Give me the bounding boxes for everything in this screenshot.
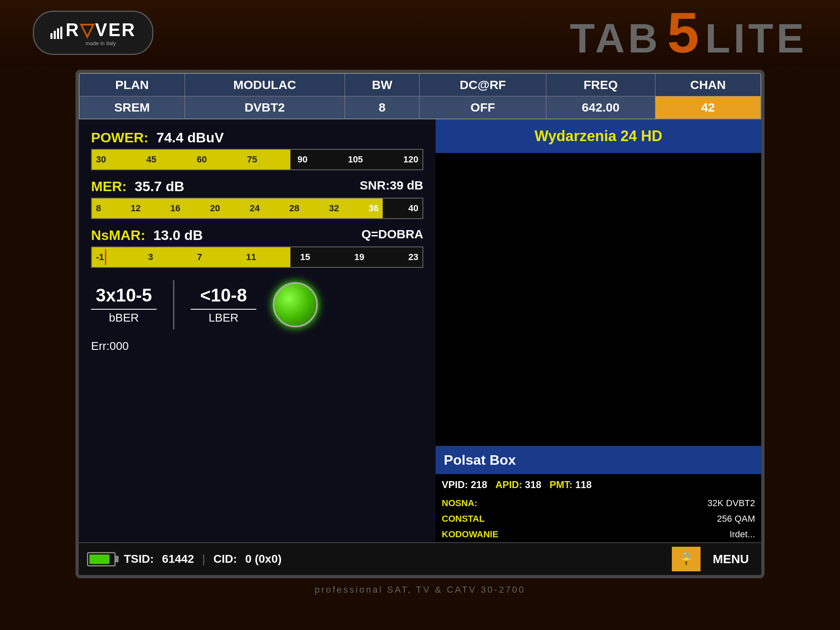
status-sep: |: [202, 552, 205, 566]
logo-oval: R▽VER made in Italy: [33, 11, 153, 55]
tab-number: 5: [667, 0, 699, 66]
tick-7: 7: [197, 252, 202, 262]
tick-45: 45: [146, 154, 156, 165]
signal-ok-indicator: [273, 282, 318, 327]
power-section: POWER: 74.4 dBuV 30 45 60 75 90 105: [91, 130, 423, 170]
tick-30: 30: [96, 154, 106, 165]
power-value: 74.4 dBuV: [156, 130, 224, 145]
mer-label: MER: 35.7 dB: [91, 178, 184, 194]
tick-19: 19: [354, 252, 364, 262]
col-modulac: MODULAC: [185, 73, 345, 96]
tick-36: 36: [369, 203, 379, 214]
bottom-device-text: professional SAT, TV & CATV 30-2700: [308, 578, 532, 601]
tick-90: 90: [297, 154, 307, 165]
cid-label: CID:: [213, 552, 237, 566]
lber-label: LBER: [191, 309, 256, 324]
tsid-label: TSID:: [124, 552, 154, 566]
lock-symbol: 🔒: [678, 551, 694, 567]
constal-label: CONSTAL: [442, 514, 485, 524]
tick-23: 23: [408, 252, 418, 262]
bber-item: 3x10-5 bBER: [91, 285, 157, 324]
mer-bar: 8 12 16 20 24 28 32 36 40: [91, 198, 423, 219]
bar2: [54, 31, 56, 39]
signal-display-area: [436, 153, 761, 446]
tech-row1: NOSNA: 32K DVBT2: [436, 495, 761, 511]
col-freq: FREQ: [546, 73, 655, 96]
lite-label: LITE: [705, 15, 807, 62]
tick-11: 11: [246, 252, 256, 262]
left-panel: POWER: 74.4 dBuV 30 45 60 75 90 105: [79, 119, 436, 542]
device-title: TAB 5 LITE: [570, 0, 807, 66]
cid-value: 0 (0x0): [245, 552, 282, 566]
ber-section: 3x10-5 bBER <10-8 LBER: [91, 280, 423, 329]
tick-105: 105: [348, 154, 363, 165]
apid-item: APID: 318: [495, 479, 541, 491]
tick-60: 60: [197, 154, 207, 165]
bar3: [57, 28, 59, 39]
tick-28: 28: [289, 203, 299, 214]
power-bar: 30 45 60 75 90 105 120: [91, 149, 423, 170]
battery-fill: [89, 555, 110, 564]
lber-value: <10-8: [200, 285, 247, 306]
screen-content: PLAN MODULAC BW DC@RF FREQ CHAN SREM DVB…: [79, 73, 761, 575]
col-plan: PLAN: [79, 73, 185, 96]
tick-40: 40: [409, 203, 418, 214]
pid-row: VPID: 218 APID: 318 PMT: 118: [436, 474, 761, 495]
logo-bars-icon: [50, 27, 62, 39]
bber-value: 3x10-5: [96, 285, 152, 306]
nosna-label: NOSNA:: [442, 498, 477, 509]
val-dcrf: OFF: [420, 96, 546, 119]
val-bw: 8: [345, 96, 420, 119]
power-label-row: POWER: 74.4 dBuV: [91, 130, 423, 146]
tick-32: 32: [329, 203, 339, 214]
tech-row2: CONSTAL 256 QAM: [436, 511, 761, 527]
lock-icon: 🔒: [672, 547, 701, 571]
col-chan: CHAN: [655, 73, 761, 96]
tick-120: 120: [403, 154, 418, 165]
menu-label: MENU: [709, 552, 753, 566]
bar4: [60, 27, 62, 39]
mer-value: 35.7 dB: [135, 178, 184, 194]
val-chan: 42: [655, 96, 761, 119]
logo-area: R▽VER made in Italy: [33, 11, 153, 55]
tick-neg1: -1: [96, 252, 104, 262]
right-panel: Wydarzenia 24 HD Polsat Box VPID: 218 AP…: [436, 119, 761, 542]
kodowanie-label: KODOWANIE: [442, 529, 498, 540]
header-table: PLAN MODULAC BW DC@RF FREQ CHAN SREM DVB…: [79, 73, 761, 119]
logo-subtitle: made in Italy: [86, 40, 116, 46]
status-bar: TSID: 61442 | CID: 0 (0x0) 🔒 MENU: [79, 542, 761, 575]
tick-15: 15: [300, 252, 310, 262]
channel2-name: Polsat Box: [444, 452, 516, 468]
err-display: Err:000: [91, 340, 423, 353]
nsmar-label: NsMAR: 13.0 dB: [91, 227, 203, 243]
rover-logo-text: R▽VER: [66, 19, 136, 40]
constal-value: 256 QAM: [717, 514, 755, 524]
nsmar-section: NsMAR: 13.0 dB Q=DOBRA -1 3 7 1: [91, 227, 423, 268]
tick-12: 12: [130, 203, 140, 214]
power-label: POWER: 74.4 dBuV: [91, 130, 224, 146]
ber-divider: [173, 280, 174, 329]
screen-container: PLAN MODULAC BW DC@RF FREQ CHAN SREM DVB…: [75, 70, 765, 578]
tab-label: TAB: [570, 15, 661, 62]
mer-bar-ticks: 8 12 16 20 24 28 32 36 40: [92, 199, 422, 218]
lber-item: <10-8 LBER: [191, 285, 256, 324]
tsid-value: 61442: [162, 552, 194, 566]
tick-24: 24: [250, 203, 260, 214]
quality-display: Q=DOBRA: [361, 227, 423, 243]
tick-20: 20: [210, 203, 220, 214]
channel2-bar: Polsat Box: [436, 446, 761, 474]
tick-8: 8: [96, 203, 101, 214]
battery-icon: [87, 552, 116, 566]
tick-75: 75: [247, 154, 257, 165]
val-freq: 642.00: [546, 96, 655, 119]
tick-16: 16: [170, 203, 180, 214]
col-bw: BW: [345, 73, 420, 96]
pmt-item: PMT: 118: [550, 479, 592, 491]
tech-row3: KODOWANIE Irdet...: [436, 527, 761, 542]
main-display: POWER: 74.4 dBuV 30 45 60 75 90 105: [79, 119, 761, 542]
power-bar-ticks: 30 45 60 75 90 105 120: [92, 150, 422, 169]
bber-label: bBER: [91, 309, 157, 324]
val-modulac: DVBT2: [185, 96, 345, 119]
mer-label-row: MER: 35.7 dB SNR:39 dB: [91, 178, 423, 194]
top-brand-area: R▽VER made in Italy TAB 5 LITE: [0, 0, 840, 66]
